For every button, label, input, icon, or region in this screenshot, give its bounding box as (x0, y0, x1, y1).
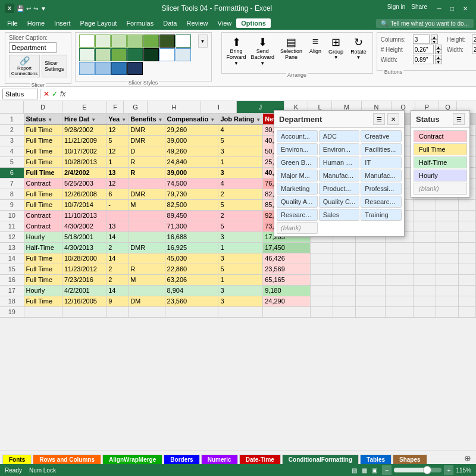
header-benefits[interactable]: Benefits ▼ (129, 114, 165, 124)
tell-me-bar[interactable]: 🔍 Tell me what you want to do... (376, 19, 474, 28)
slicer-item-research2[interactable]: Research... (277, 209, 318, 221)
slicer-item-qualityc[interactable]: Quality C... (319, 196, 360, 208)
view-normal-btn[interactable]: ▤ (352, 467, 357, 474)
style-btn-2[interactable] (95, 35, 111, 48)
restore-btn[interactable]: □ (446, 4, 458, 13)
slicer-item-training[interactable]: Training (361, 209, 402, 221)
tab-tables[interactable]: Tables (360, 455, 392, 464)
slicer-item-sales[interactable]: Sales (319, 209, 360, 221)
tab-datetime[interactable]: Date-Time (239, 455, 281, 464)
style-btn-15[interactable] (79, 62, 95, 75)
style-btn-3[interactable] (111, 35, 127, 48)
tab-align[interactable]: AlignWrapMerge (102, 455, 162, 464)
quick-access-dropdown[interactable]: ▼ (40, 5, 46, 12)
send-backward-btn[interactable]: ⬇ SendBackward ▼ (249, 35, 277, 67)
menu-view[interactable]: View (213, 18, 237, 28)
style-btn-12[interactable] (143, 48, 159, 61)
columns-input[interactable] (413, 35, 430, 44)
style-btn-1[interactable] (79, 35, 95, 48)
zoom-slider-track[interactable] (394, 468, 441, 472)
style-btn-17[interactable] (111, 62, 127, 75)
grid-scroll[interactable]: 1 Status ▼ Hire Dat ▼ Yea ▼ Benefits ▼ C… (0, 114, 476, 450)
style-btn-13[interactable] (159, 48, 175, 61)
columns-spin-down[interactable]: ▼ (431, 39, 438, 44)
slicer-item-facilities[interactable]: Facilities... (361, 143, 402, 155)
menu-page-layout[interactable]: Page Layout (76, 18, 122, 28)
status-item-blank[interactable]: (blank) (414, 183, 467, 195)
slicer-item-marketing[interactable]: Marketing (277, 183, 318, 195)
size-height-input[interactable] (472, 35, 476, 44)
align-btn[interactable]: ≡ Align (306, 35, 325, 67)
slicer-item-creative[interactable]: Creative (361, 130, 402, 142)
slicer-item-product[interactable]: Product... (319, 183, 360, 195)
menu-formulas[interactable]: Formulas (121, 18, 158, 28)
col-header-i[interactable]: I (201, 101, 237, 113)
bring-forward-btn[interactable]: ⬆ BringForward ▼ (224, 35, 249, 67)
share-btn[interactable]: Share (411, 4, 427, 13)
tab-fonts[interactable]: Fonts (2, 455, 32, 464)
rotate-btn[interactable]: ↻ Rotate ▼ (347, 35, 370, 67)
style-btn-14[interactable] (176, 48, 191, 61)
header-yea[interactable]: Yea ▼ (107, 114, 129, 124)
slicer-clear-filter-btn[interactable]: ✕ (387, 113, 399, 125)
tab-conditional-formatting[interactable]: ConditionalFormatting (282, 455, 359, 464)
width-input[interactable] (413, 55, 434, 64)
group-btn[interactable]: ⊞ Group ▼ (325, 35, 347, 67)
btn-height-input[interactable] (413, 45, 434, 54)
quick-access-save[interactable]: 💾 (17, 5, 24, 12)
status-item-fulltime[interactable]: Full Time (414, 143, 467, 155)
tab-shapes[interactable]: Shapes (393, 455, 427, 464)
view-pagebreak-btn[interactable]: ▣ (372, 467, 377, 474)
slicer-item-research1[interactable]: Research... (361, 196, 402, 208)
status-item-halftime[interactable]: Half-Time (414, 156, 467, 168)
style-btn-7[interactable] (176, 35, 191, 48)
menu-data[interactable]: Data (158, 18, 181, 28)
height-spin-down[interactable]: ▼ (435, 49, 442, 54)
style-btn-9[interactable] (95, 48, 111, 61)
add-sheet-btn[interactable]: ⊕ (462, 452, 474, 464)
group-arrow[interactable]: ▼ (334, 55, 339, 60)
header-status[interactable]: Status ▼ (24, 114, 62, 124)
width-spin-up[interactable]: ▲ (435, 55, 442, 60)
slicer-item-it[interactable]: IT (361, 156, 402, 168)
cell-job-2[interactable]: 4 (218, 124, 263, 135)
send-backward-arrow[interactable]: ▼ (260, 61, 265, 66)
status-item-hourly[interactable]: Hourly (414, 170, 467, 181)
slicer-caption-input[interactable] (9, 42, 57, 53)
slicer-item-humanr[interactable]: Human R... (319, 156, 360, 168)
view-layout-btn[interactable]: ▦ (362, 467, 367, 474)
style-btn-16[interactable] (95, 62, 111, 75)
slicer-item-greenbu[interactable]: Green Bu... (277, 156, 318, 168)
style-btn-6[interactable] (159, 35, 175, 48)
tab-borders[interactable]: Borders (164, 455, 199, 464)
slicer-item-account[interactable]: Account... (277, 130, 318, 142)
confirm-formula-icon[interactable]: ✓ (52, 90, 58, 98)
cancel-formula-icon[interactable]: ✕ (43, 90, 49, 98)
report-connections-btn[interactable]: 🔗 ReportConnections (9, 55, 40, 77)
style-btn-18[interactable] (127, 62, 143, 75)
slicer-item-qualitya[interactable]: Quality A... (277, 196, 318, 208)
zoom-out-btn[interactable]: − (382, 465, 392, 475)
quick-access-undo[interactable]: ↩ (26, 5, 31, 12)
col-header-e[interactable]: E (62, 101, 107, 113)
selection-pane-btn[interactable]: ▤ SelectionPane (277, 35, 306, 67)
header-hiredate[interactable]: Hire Dat ▼ (62, 114, 106, 124)
menu-review[interactable]: Review (181, 18, 212, 28)
col-header-f[interactable]: F (107, 101, 124, 113)
menu-options[interactable]: Options (236, 18, 271, 28)
slicer-item-environ2[interactable]: Environ... (319, 143, 360, 155)
sign-in-btn[interactable]: Sign in (387, 4, 406, 13)
col-header-d[interactable]: D (24, 101, 62, 113)
width-spin-down[interactable]: ▼ (435, 60, 442, 64)
header-jobrating[interactable]: Job Rating ▼ (218, 114, 263, 124)
name-box[interactable] (2, 89, 38, 99)
cell-comp-2[interactable]: 29,260 (165, 124, 218, 135)
slicer-item-manufac2[interactable]: Manufac... (361, 170, 402, 181)
style-btn-4[interactable] (127, 35, 143, 48)
slicer-item-professi[interactable]: Professi... (361, 183, 402, 195)
tab-numeric[interactable]: Numeric (201, 455, 238, 464)
style-btn-10[interactable] (111, 48, 127, 61)
cell-status-2[interactable]: Full Time (24, 124, 62, 135)
style-btn-11[interactable] (127, 48, 143, 61)
menu-insert[interactable]: Insert (49, 18, 76, 28)
